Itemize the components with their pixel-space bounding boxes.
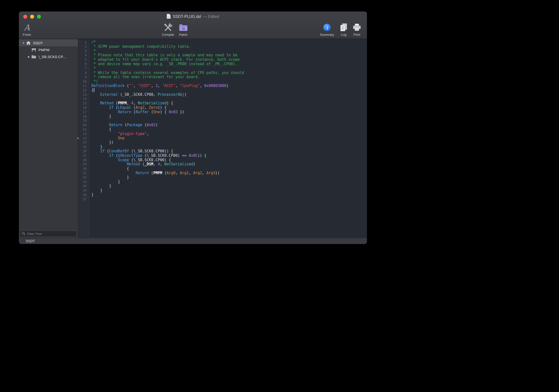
line-numbers: 1234567891011121314151617181920212223242… <box>78 40 89 238</box>
patch-gear-icon: ⚙ <box>182 26 185 31</box>
code-line[interactable]: Method (PMPM, 4, NotSerialized) { <box>91 101 367 106</box>
code-line[interactable]: Method (_DSM, 4, NotSerialized) <box>91 162 367 167</box>
log-label: Log <box>341 33 347 37</box>
fonts-label: Fonts <box>23 33 31 37</box>
app-window: SSDT-PLUG.dsl — Edited A Fonts <box>19 12 367 244</box>
print-label: Print <box>353 33 360 37</box>
code-line[interactable]: * and device name may vary (e.g. _SB_.PR… <box>91 62 367 66</box>
print-button[interactable]: Print <box>347 22 367 37</box>
code-line[interactable]: } <box>91 145 367 149</box>
code-line[interactable]: { <box>91 88 367 93</box>
text-caret <box>94 88 94 92</box>
code-editor[interactable]: 1234567891011121314151617181920212223242… <box>78 39 367 238</box>
code-line[interactable]: * adapted to fit your board's ACPI stack… <box>91 58 367 62</box>
code-line[interactable]: } <box>91 175 367 180</box>
pane-splitter[interactable] <box>78 39 78 238</box>
status-bar: SSDT <box>19 238 367 244</box>
bench-icon <box>31 48 37 52</box>
code-line[interactable] <box>91 97 367 101</box>
code-line[interactable]: Return (Buffer (One) { 0x03 }) <box>91 110 367 114</box>
toolbar: A Fonts Compile <box>19 22 367 38</box>
code-line[interactable]: One <box>91 136 367 141</box>
sidebar: ▼ SSDT <box>19 39 78 238</box>
folder-icon <box>31 55 37 59</box>
filter-tree-container <box>19 231 78 238</box>
code-line[interactable]: { <box>91 127 367 132</box>
code-line[interactable]: If (LEqual (Arg2, Zero)) { <box>91 106 367 110</box>
code-line[interactable] <box>91 197 367 202</box>
search-icon <box>22 232 25 236</box>
code-line[interactable]: Return (Package (0x02) <box>91 123 367 127</box>
tree-label: PMPM <box>38 48 49 52</box>
code-line[interactable]: * While the table contains several examp… <box>91 71 367 75</box>
code-line[interactable]: } <box>91 114 367 119</box>
sidebar-item-pmpm[interactable]: PMPM <box>19 46 78 53</box>
code-line[interactable]: If (CondRefOf (\_SB.SCK0.CP00)) { <box>91 149 367 154</box>
title-group: SSDT-PLUG.dsl — Edited <box>167 14 219 20</box>
code-line[interactable]: */ <box>91 79 367 84</box>
disclosure-right-icon[interactable]: ▶ <box>27 55 31 58</box>
window-header: SSDT-PLUG.dsl — Edited A Fonts <box>19 12 367 39</box>
code-line[interactable]: DefinitionBlock ("", "SSDT", 2, "ACDT", … <box>91 84 367 88</box>
code-line[interactable]: /* <box>91 40 367 45</box>
compile-label: Compile <box>162 33 174 37</box>
minimize-button[interactable] <box>30 15 34 19</box>
fonts-icon: A <box>24 22 30 33</box>
tree: ▼ SSDT <box>19 39 78 231</box>
house-icon <box>25 41 32 45</box>
sidebar-item-ssdt[interactable]: ▼ SSDT <box>19 39 78 46</box>
code-line[interactable]: If ((ObjectType (\_SB.SCK0.CP00) == 0x0C… <box>91 154 367 158</box>
code-line[interactable]: * <box>91 66 367 71</box>
code-line[interactable]: } <box>91 188 367 193</box>
patch-button[interactable]: ⚙ Patch <box>173 22 193 37</box>
code-line[interactable]: "plugin-type", <box>91 132 367 136</box>
sidebar-item-sb-sck0-cp[interactable]: ▶ \_SB.SCK0.CP... <box>19 53 78 60</box>
document-icon <box>167 14 171 20</box>
close-button[interactable] <box>23 15 27 19</box>
code-lines[interactable]: /* * XCPM power management compatibility… <box>89 40 367 238</box>
tree-label: SSDT <box>33 41 43 45</box>
code-line[interactable]: }) <box>91 140 367 145</box>
code-line[interactable]: Scope (\_SB.SCK0.CP00) { <box>91 158 367 162</box>
code-line[interactable]: * <box>91 49 367 53</box>
code-line[interactable]: * Please note that this table is only a … <box>91 53 367 58</box>
splitter-handle-icon[interactable] <box>77 137 79 139</box>
code-line[interactable]: * remove all the ones irrelevant for you… <box>91 75 367 79</box>
zoom-button[interactable] <box>37 15 41 19</box>
window-title-edited: — Edited <box>203 14 219 19</box>
code-line[interactable]: } <box>91 184 367 188</box>
compile-icon <box>163 22 173 33</box>
traffic-lights <box>23 15 41 19</box>
code-line[interactable]: { <box>91 167 367 171</box>
status-text: SSDT <box>26 239 35 243</box>
main-content: ▼ SSDT <box>19 39 367 238</box>
code-line[interactable] <box>91 119 367 123</box>
summary-label: Summary <box>320 33 334 37</box>
printer-icon <box>352 22 361 33</box>
tree-label: \_SB.SCK0.CP... <box>38 55 66 59</box>
disclosure-down-icon[interactable]: ▼ <box>22 42 25 44</box>
summary-info-icon: i <box>323 22 331 33</box>
fonts-button[interactable]: A Fonts <box>19 22 37 37</box>
code-line[interactable]: } <box>91 180 367 184</box>
code-line[interactable]: External (_SB_.SCK0.CP00, ProcessorObj) <box>91 93 367 97</box>
code-line[interactable]: } <box>91 193 367 197</box>
titlebar[interactable]: SSDT-PLUG.dsl — Edited <box>19 12 367 22</box>
patch-folder-icon: ⚙ <box>179 22 188 33</box>
patch-label: Patch <box>179 33 188 37</box>
log-pages-icon <box>340 22 348 33</box>
window-title: SSDT-PLUG.dsl <box>173 14 201 19</box>
code-line[interactable]: * XCPM power management compatibility ta… <box>91 45 367 49</box>
code-line[interactable]: Return (PMPM (Arg0, Arg1, Arg2, Arg3)) <box>91 171 367 175</box>
filter-tree-input[interactable] <box>20 231 77 237</box>
